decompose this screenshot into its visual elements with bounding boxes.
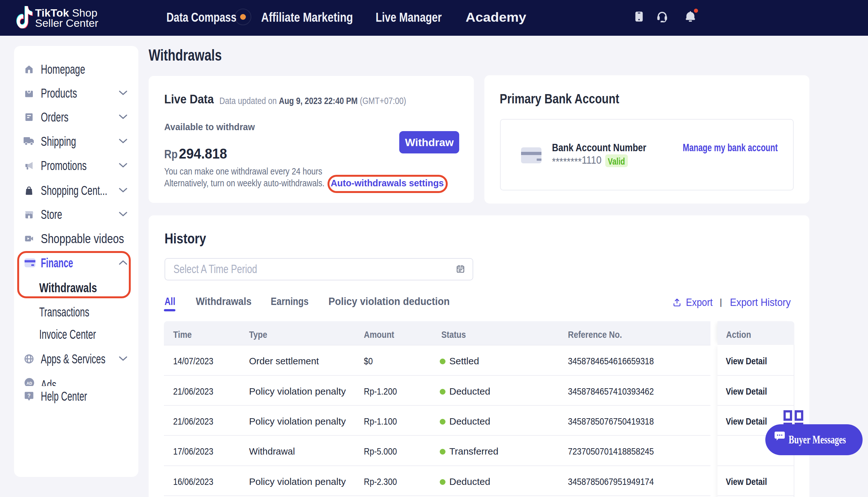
- svg-text:?: ?: [27, 393, 31, 398]
- svg-text:AD: AD: [27, 381, 32, 386]
